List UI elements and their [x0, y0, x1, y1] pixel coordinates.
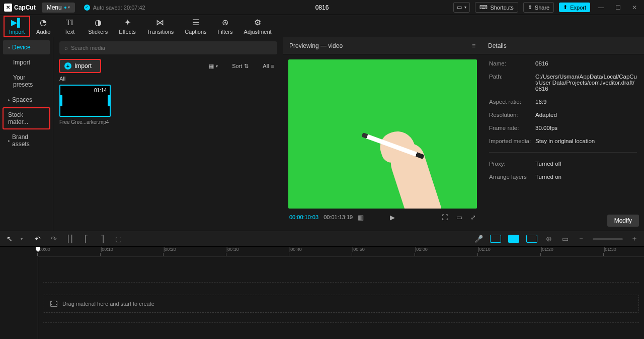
trim-handle-right[interactable]	[108, 95, 111, 106]
sidebar-item-import[interactable]: Import	[3, 55, 50, 70]
tab-filters[interactable]: ⊛Filters	[213, 16, 238, 37]
filters-icon: ⊛	[222, 18, 228, 27]
delete-button[interactable]: ▢	[114, 235, 123, 243]
timeline[interactable]: |00:00|00:10|00:20|00:30|00:40|00:50|01:…	[0, 247, 644, 339]
value-layers: Turned on	[535, 174, 637, 180]
label-path: Path:	[489, 74, 535, 92]
sidebar-item-stock[interactable]: Stock mater...	[3, 108, 50, 129]
ruler-tick: |01:10	[478, 247, 491, 252]
label-layers: Arrange layers	[489, 174, 535, 180]
ruler-tick: |01:00	[415, 247, 428, 252]
value-path: C:/Users/Usman/AppData/Local/CapCut/User…	[535, 74, 637, 92]
text-icon: TI	[66, 18, 73, 27]
preview-viewport[interactable]	[288, 59, 477, 209]
split-button[interactable]: ⎮⎮	[65, 235, 74, 243]
redo-button[interactable]: ↷	[49, 235, 58, 243]
tab-transitions[interactable]: ⋈Transitions	[142, 16, 179, 37]
media-sidebar: ▾Device Import Your presets ▸Spaces Stoc…	[0, 37, 53, 231]
maximize-button[interactable]: ☐	[612, 4, 624, 11]
value-imported: Stay in original location	[535, 138, 637, 144]
selection-tool[interactable]: ↖	[5, 235, 14, 243]
tab-import[interactable]: ▶▌ Import	[4, 16, 30, 37]
search-input[interactable]: ⌕	[59, 41, 277, 54]
tab-adjustment[interactable]: ⚙Adjustment	[239, 16, 277, 37]
align-button[interactable]: ⊕	[544, 235, 553, 243]
mic-button[interactable]: 🎤	[474, 235, 483, 243]
ruler-tick: |00:30	[226, 247, 239, 252]
layout-button[interactable]: ▭▾	[453, 2, 470, 13]
adjustment-icon: ⚙	[254, 18, 261, 27]
undo-button[interactable]: ↶	[33, 235, 42, 243]
plus-icon: +	[64, 62, 71, 70]
modify-button[interactable]: Modify	[607, 215, 639, 227]
timeline-toolbar: ↖ ▾ ↶ ↷ ⎮⎮ ⎡ ⎤ ▢ 🎤 ⊕ ▭ － ＋	[0, 231, 644, 247]
zoom-in[interactable]: ＋	[630, 234, 639, 243]
timeline-drop-zone[interactable]: Drag material here and start to create	[43, 295, 639, 313]
close-button[interactable]: ✕	[629, 4, 640, 11]
fullscreen-icon[interactable]: ⤢	[470, 214, 476, 221]
label-resolution: Resolution:	[489, 112, 535, 118]
grid-icon: ▦	[209, 63, 214, 70]
search-field[interactable]	[71, 45, 272, 51]
preview-panel: Previewing — video ≡ 00:00:10:03 00:01:1…	[283, 37, 482, 231]
timeline-ruler[interactable]: |00:00|00:10|00:20|00:30|00:40|00:50|01:…	[38, 247, 644, 257]
ruler-tick: |00:20	[164, 247, 176, 252]
sidebar-item-brand[interactable]: ▸Brand assets	[3, 130, 50, 151]
label-proxy: Proxy:	[489, 161, 535, 167]
media-thumbnail[interactable]: 01:14 Free Gree...arker.mp4	[59, 85, 111, 125]
delete-left-button[interactable]: ⎡	[82, 235, 91, 243]
menu-button[interactable]: Menu▾	[42, 3, 75, 13]
play-button[interactable]: ▶	[390, 214, 395, 221]
tool-tabs: ▶▌ Import ◔Audio TIText ◑Stickers ✦Effec…	[0, 15, 644, 37]
details-title: Details	[488, 42, 507, 49]
shortcuts-button[interactable]: ⌨ Shortcuts	[475, 2, 518, 13]
preview-content	[356, 113, 442, 209]
details-panel: Details Name:0816 Path:C:/Users/Usman/Ap…	[482, 37, 644, 231]
tab-audio[interactable]: ◔Audio	[31, 16, 56, 37]
filter-all-button[interactable]: All ≡	[260, 61, 277, 71]
sidebar-item-spaces[interactable]: ▸Spaces	[3, 93, 50, 107]
share-button[interactable]: ⇪ Share	[523, 2, 554, 13]
preview-toggle[interactable]: ▭	[560, 235, 570, 243]
playhead[interactable]	[38, 247, 38, 339]
view-grid-button[interactable]: ▦▾	[206, 61, 221, 72]
logo-icon: ✕	[4, 4, 12, 12]
delete-right-button[interactable]: ⎤	[98, 235, 107, 243]
value-resolution: Adapted	[535, 112, 637, 118]
snap-toggle-2[interactable]	[508, 235, 519, 243]
import-media-button[interactable]: + Import	[59, 59, 101, 73]
list-view-icon[interactable]: ▥	[358, 214, 364, 221]
tool-dropdown-icon[interactable]: ▾	[17, 237, 26, 241]
snap-toggle-1[interactable]	[490, 235, 501, 243]
tab-captions[interactable]: ☰Captions	[180, 16, 211, 37]
effects-icon: ✦	[124, 18, 131, 27]
preview-menu-icon[interactable]: ≡	[472, 42, 476, 49]
project-title: 0816	[315, 4, 329, 11]
zoom-slider[interactable]	[593, 238, 623, 240]
sidebar-item-presets[interactable]: Your presets	[3, 71, 50, 92]
current-time: 00:00:10:03	[289, 214, 318, 220]
film-icon	[50, 301, 57, 307]
app-name: CapCut	[14, 4, 36, 11]
minimize-button[interactable]: —	[595, 4, 607, 11]
preview-title: Previewing — video	[289, 42, 343, 49]
label-imported: Imported media:	[489, 138, 535, 144]
snap-toggle-3[interactable]	[526, 235, 537, 243]
ratio-icon[interactable]: ▭	[456, 214, 462, 221]
sidebar-item-device[interactable]: ▾Device	[3, 40, 50, 54]
sort-button[interactable]: Sort ⇅	[229, 61, 252, 72]
ruler-tick: |01:30	[604, 247, 616, 252]
tab-text[interactable]: TIText	[57, 16, 82, 37]
transitions-icon: ⋈	[156, 18, 164, 27]
clip-filename: Free Gree...arker.mp4	[59, 119, 111, 125]
tab-stickers[interactable]: ◑Stickers	[83, 16, 113, 37]
export-button[interactable]: ⬆ Export	[559, 3, 590, 12]
scan-icon[interactable]: ⛶	[442, 214, 448, 221]
clip-duration: 01:14	[94, 88, 107, 93]
label-aspect: Aspect ratio:	[489, 99, 535, 105]
trim-handle-left[interactable]	[59, 95, 62, 106]
tab-effects[interactable]: ✦Effects	[114, 16, 140, 37]
title-bar: ✕ CapCut Menu▾ ✓ Auto saved: 20:07:42 08…	[0, 0, 644, 15]
captions-icon: ☰	[192, 18, 199, 27]
zoom-out[interactable]: －	[577, 234, 586, 243]
